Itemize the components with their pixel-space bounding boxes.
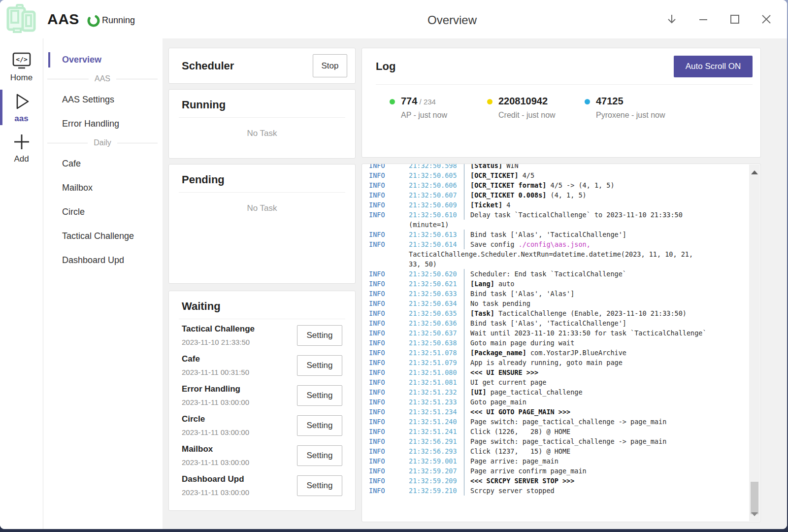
log-entry: INFO21:32:50.613Bind task ['Alas', 'Tact… <box>369 230 760 239</box>
rail-item-home[interactable]: </>Home <box>0 48 43 86</box>
log-message: [Package_name] com.YostarJP.BlueArchive <box>464 348 626 358</box>
waiting-task-next-run: 2023-11-11 00:31:50 <box>182 368 249 376</box>
log-entry: INFO21:32:59.210Scrcpy server stopped <box>369 486 760 496</box>
log-level: INFO <box>369 190 409 200</box>
auto-scroll-button[interactable]: Auto Scroll ON <box>674 56 753 77</box>
plus-icon <box>11 132 32 152</box>
stat-label: AP - just now <box>401 111 447 120</box>
rail-item-add[interactable]: Add <box>0 129 43 166</box>
log-message-continuation: (minute=1) <box>409 220 449 230</box>
log-timestamp: 21:32:50.598 <box>409 164 464 170</box>
log-timestamp: 21:32:51.078 <box>409 348 464 358</box>
setting-button[interactable]: Setting <box>297 415 342 436</box>
scrollbar-down-icon[interactable] <box>751 512 758 516</box>
log-level: INFO <box>369 367 409 377</box>
log-message: Page switch: page_tactical_challenge -> … <box>464 436 666 446</box>
log-entry: INFO21:32:50.609[Ticket] 4 <box>369 200 760 210</box>
log-scrollbar[interactable] <box>749 165 760 521</box>
log-message: [OCR_TICKET format] 4/5 -> (4, 1, 5) <box>464 180 615 190</box>
close-icon[interactable] <box>759 12 773 26</box>
log-level: INFO <box>369 456 409 466</box>
log-entry: INFO21:32:51.241Click (1226, 28) @ HOME <box>369 427 760 436</box>
sidebar-item-circle[interactable]: Circle <box>43 202 163 222</box>
setting-button[interactable]: Setting <box>297 445 342 466</box>
waiting-task-next-run: 2023-11-11 03:00:00 <box>182 398 249 406</box>
setting-button[interactable]: Setting <box>297 385 342 406</box>
log-message: App is already running, goto main page <box>464 358 623 367</box>
sidebar-item-cafe[interactable]: Cafe <box>43 154 163 173</box>
log-level: INFO <box>369 417 409 427</box>
log-entry: INFO21:32:56.291Page switch: page_tactic… <box>369 436 760 446</box>
resource-stat: 47125Pyroxene - just now <box>585 96 665 120</box>
sidebar-item-dashboard-upd[interactable]: Dashboard Upd <box>43 251 163 270</box>
stat-value: 47125 <box>596 96 665 107</box>
log-message: [Status] WIN <box>464 164 519 170</box>
log-level: INFO <box>369 466 409 476</box>
log-level: INFO <box>369 279 409 289</box>
running-empty-text: No Task <box>179 129 345 138</box>
waiting-title: Waiting <box>182 300 345 313</box>
play-icon <box>11 91 32 112</box>
log-message: Page switch: page_tactical_challenge -> … <box>464 417 666 427</box>
log-entry: INFO21:32:59.209<<< SCRCPY SERVER STOP >… <box>369 476 760 486</box>
log-timestamp: 21:32:50.605 <box>409 170 464 180</box>
log-panel[interactable]: INFO21:32:50.598[Status] WININFO21:32:50… <box>361 164 761 522</box>
waiting-task-row: Circle2023-11-11 03:00:00Setting <box>179 409 345 439</box>
waiting-task-name: Mailbox <box>182 444 249 454</box>
log-entry: INFO21:32:50.634No task pending <box>369 299 760 308</box>
sidebar-item-error-handling[interactable]: Error Handling <box>43 114 163 133</box>
log-message: Scheduler: End task `TacticalChallenge` <box>464 269 626 279</box>
app-status: Running <box>102 15 135 26</box>
log-timestamp: 21:32:51.241 <box>409 427 464 436</box>
scrollbar-thumb[interactable] <box>751 482 758 514</box>
resource-stat: 220810942Credit - just now <box>487 96 556 120</box>
setting-button[interactable]: Setting <box>297 325 342 346</box>
download-icon[interactable] <box>665 12 679 26</box>
log-level: INFO <box>369 180 409 190</box>
log-entry: INFO21:32:50.636Bind task ['Alas', 'Tact… <box>369 318 760 328</box>
log-entry: INFO21:32:51.078[Package_name] com.Yosta… <box>369 348 760 358</box>
sidebar-item-overview[interactable]: Overview <box>43 50 163 69</box>
maximize-icon[interactable] <box>728 12 742 26</box>
log-level: INFO <box>369 348 409 358</box>
log-timestamp: 21:32:50.634 <box>409 299 464 308</box>
log-entry: INFO21:32:50.607[OCR_TICKET 0.008s] (4, … <box>369 190 760 200</box>
log-level: INFO <box>369 210 409 220</box>
log-message: Scrcpy server stopped <box>464 486 555 496</box>
waiting-task-row: Error Handling2023-11-11 03:00:00Setting <box>179 379 345 409</box>
log-level: INFO <box>369 164 409 170</box>
setting-button[interactable]: Setting <box>297 355 342 376</box>
sidebar-item-tactical-challenge[interactable]: Tactical Challenge <box>43 227 163 246</box>
sidebar-item-aas-settings[interactable]: AAS Settings <box>43 90 163 109</box>
log-timestamp: 21:32:50.638 <box>409 338 464 348</box>
log-message: Goto main page during wait <box>464 338 574 348</box>
running-card: Running No Task <box>168 89 356 159</box>
rail-item-aas[interactable]: aas <box>0 89 43 126</box>
scheduler-card: Scheduler Stop <box>168 48 356 84</box>
log-entry: INFO21:32:50.614Save config ./config\aas… <box>369 239 760 249</box>
stat-value: 220810942 <box>498 96 556 107</box>
app-name: AAS <box>47 11 79 28</box>
sidebar-item-mailbox[interactable]: Mailbox <box>43 178 163 198</box>
log-timestamp: 21:32:51.240 <box>409 417 464 427</box>
log-entry-continuation: 33, 50) <box>369 259 760 269</box>
log-entry: INFO21:32:59.207Page arrive confirm page… <box>369 466 760 476</box>
rail-active-indicator <box>0 130 2 166</box>
setting-button[interactable]: Setting <box>297 475 342 496</box>
log-message: Bind task ['Alas', 'TacticalChallenge'] <box>464 318 626 328</box>
log-level: INFO <box>369 269 409 279</box>
minimize-icon[interactable] <box>696 12 710 26</box>
log-timestamp: 21:32:59.001 <box>409 456 464 466</box>
log-timestamp: 21:32:50.613 <box>409 230 464 239</box>
sidebar-section-divider: AAS <box>47 74 158 83</box>
scrollbar-up-icon[interactable] <box>751 170 758 174</box>
log-message: Bind task ['Alas', 'TacticalChallenge'] <box>464 230 626 239</box>
stop-button[interactable]: Stop <box>313 54 347 77</box>
log-entry: INFO21:32:50.598[Status] WIN <box>369 164 760 170</box>
stat-text: 220810942Credit - just now <box>498 96 556 120</box>
stat-text: 774 / 234AP - just now <box>401 96 447 120</box>
main-content: Scheduler Stop Running No Task Pending N… <box>163 38 787 529</box>
log-timestamp: 21:32:51.233 <box>409 397 464 407</box>
log-level: INFO <box>369 328 409 338</box>
log-card: Log Auto Scroll ON 774 / 234AP - just no… <box>361 48 761 158</box>
